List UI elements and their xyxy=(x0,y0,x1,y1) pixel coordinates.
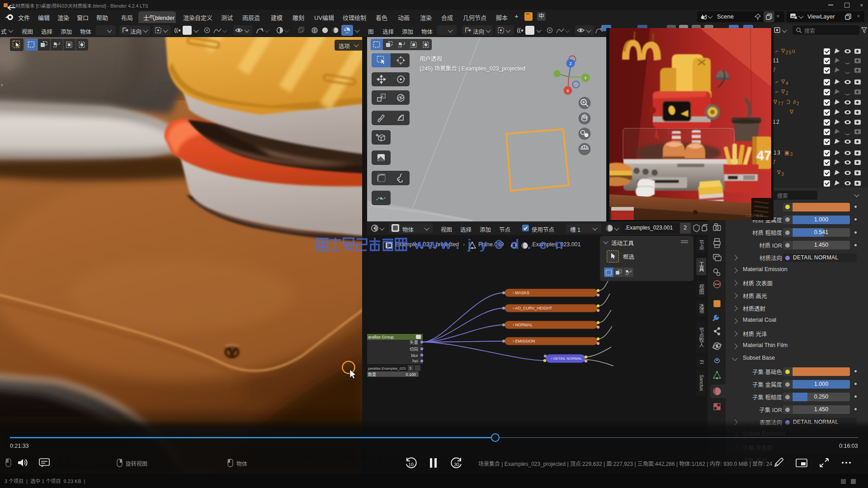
svg-text:blur: blur xyxy=(411,353,418,358)
svg-text:Y: Y xyxy=(584,76,587,80)
svg-text:矢量: 矢量 xyxy=(410,340,419,345)
svg-text:数量: 数量 xyxy=(368,372,376,377)
svg-text:hei: hei xyxy=(412,358,418,363)
svg-text:3: 3 xyxy=(409,366,411,371)
svg-text:30: 30 xyxy=(454,462,459,467)
svg-text:Z: Z xyxy=(569,61,572,66)
svg-text:› AO_CURV_HEIGHT: › AO_CURV_HEIGHT xyxy=(513,306,552,310)
svg-text:0.100: 0.100 xyxy=(406,372,416,377)
svg-text:› DETAIL NORMAL: › DETAIL NORMAL xyxy=(551,357,582,361)
svg-text:10: 10 xyxy=(408,462,414,467)
svg-text:47: 47 xyxy=(756,148,771,163)
svg-text:› MASKS: › MASKS xyxy=(513,291,529,295)
svg-text:arallax Group: arallax Group xyxy=(368,334,394,339)
svg-text:X: X xyxy=(566,89,569,93)
svg-text:1284 面高: 1284 面高 xyxy=(746,213,763,218)
svg-text:› NORMAL: › NORMAL xyxy=(513,323,533,327)
svg-text:切向: 切向 xyxy=(410,347,418,352)
svg-text:parallax.Examples_023: parallax.Examples_023 xyxy=(368,366,406,371)
svg-text:.jy3d.cn: .jy3d.cn xyxy=(456,237,569,252)
svg-text:www: www xyxy=(414,237,454,252)
svg-text:› EMISSION: › EMISSION xyxy=(513,339,535,343)
